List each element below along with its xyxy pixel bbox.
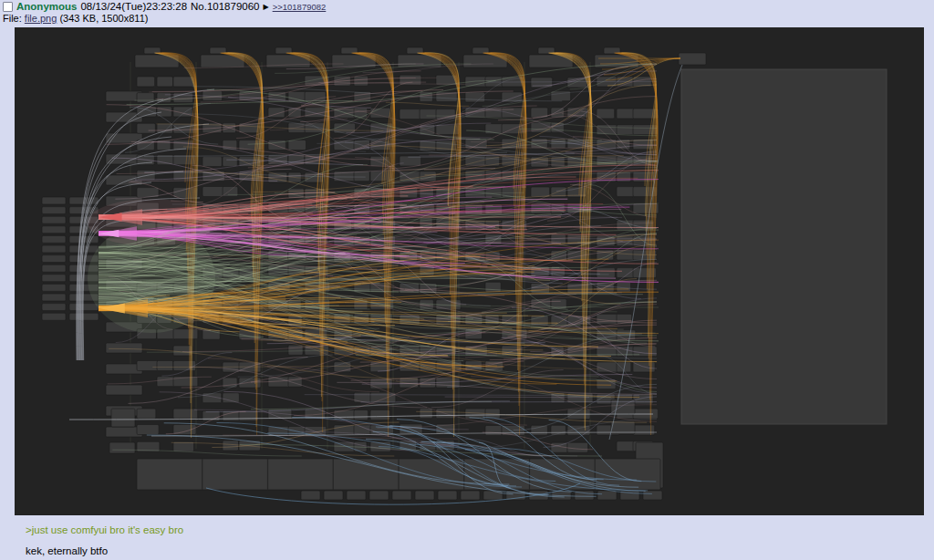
file-label: File:	[3, 13, 22, 24]
file-info-line: File: file.png (343 KB, 1500x811)	[3, 13, 148, 25]
expand-arrow-icon[interactable]: ▶	[264, 1, 269, 13]
post-image[interactable]	[15, 27, 924, 515]
file-meta: (343 KB, 1500x811)	[59, 13, 148, 24]
post-datetime: 08/13/24(Tue)23:23:28	[80, 1, 187, 13]
file-name-link[interactable]: file.png	[25, 13, 57, 24]
poster-name: Anonymous	[16, 1, 77, 13]
greentext-quote: >just use comfyui bro it's easy bro	[26, 524, 183, 535]
post-checkbox[interactable]	[3, 2, 13, 12]
reply-text: kek, eternally btfo	[26, 545, 108, 556]
reply-backlink[interactable]: >>101879082	[273, 1, 327, 13]
post-number[interactable]: No.101879060	[191, 1, 259, 13]
comfyui-workflow-graph	[15, 27, 924, 515]
post-header: Anonymous 08/13/24(Tue)23:23:28 No.10187…	[3, 1, 326, 13]
